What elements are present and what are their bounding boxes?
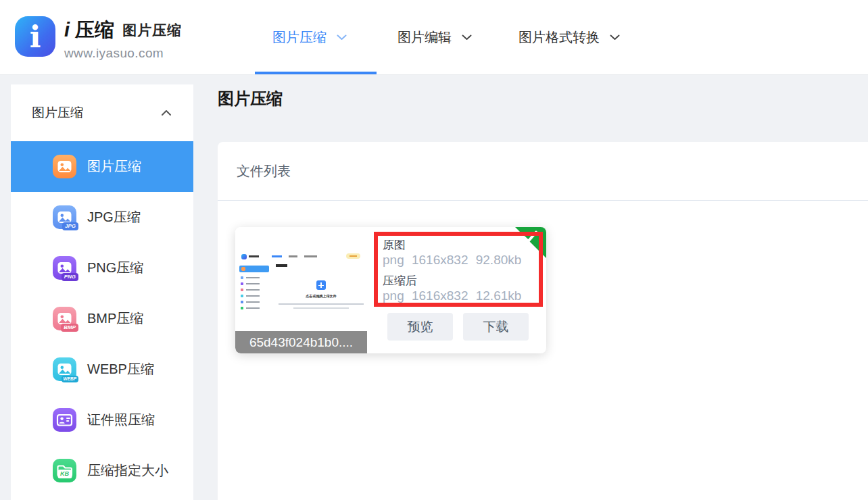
file-list-panel: 文件列表 <box>218 142 868 500</box>
original-label: 原图 <box>383 238 539 252</box>
mini-vip-button <box>346 253 360 259</box>
chevron-down-icon <box>610 34 620 41</box>
bmp-compress-icon: BMP <box>53 307 76 330</box>
webp-compress-icon: WEBP <box>53 357 76 381</box>
file-actions: 预览 下载 <box>387 313 529 341</box>
site-url: www.iyasuo.com <box>64 46 182 61</box>
kb-folder-icon: KB <box>53 459 76 482</box>
sidebar: 图片压缩 图片压缩 JPG JPG压缩 PNG PNG压缩 <box>11 84 193 500</box>
jpg-compress-icon: JPG <box>53 205 76 229</box>
image-compress-icon <box>53 155 76 178</box>
kb-badge: KB <box>57 470 72 478</box>
sidebar-item-png-compress[interactable]: PNG PNG压缩 <box>11 243 193 293</box>
nav-label: 图片编辑 <box>397 28 452 47</box>
product-name: 图片压缩 <box>122 21 182 40</box>
logo-icon: i <box>15 16 55 57</box>
nav-label: 图片压缩 <box>272 28 327 47</box>
chevron-up-icon <box>161 109 172 116</box>
mini-active-item <box>239 266 269 272</box>
nav-item-format-convert[interactable]: 图片格式转换 <box>519 0 620 74</box>
id-photo-icon <box>53 408 76 432</box>
brand-name: i 压缩 <box>64 17 114 44</box>
site-logo[interactable]: i i 压缩 图片压缩 www.iyasuo.com <box>15 16 182 61</box>
app-window: i i 压缩 图片压缩 www.iyasuo.com 图片压缩 图片编辑 图 <box>0 0 868 500</box>
sidebar-group-title: 图片压缩 <box>32 104 83 122</box>
file-card: 点击或拖拽上传文件 65d43f024b1b0.... 原图 png 1616x… <box>235 227 546 353</box>
preview-button[interactable]: 预览 <box>387 313 453 341</box>
sidebar-item-image-compress[interactable]: 图片压缩 <box>11 141 193 192</box>
download-button[interactable]: 下载 <box>463 313 529 341</box>
sidebar-item-label: 压缩指定大小 <box>87 461 168 480</box>
nav-item-image-edit[interactable]: 图片编辑 <box>397 0 472 74</box>
logo-letter: i <box>30 20 41 54</box>
active-tab-underline <box>255 72 377 74</box>
webp-badge: WEBP <box>62 376 79 383</box>
sidebar-item-label: 证件照压缩 <box>87 411 155 429</box>
sidebar-item-bmp-compress[interactable]: BMP BMP压缩 <box>11 293 193 344</box>
sidebar-item-label: BMP压缩 <box>87 309 143 328</box>
jpg-badge: JPG <box>62 222 78 230</box>
nav-item-image-compress[interactable]: 图片压缩 <box>272 0 347 74</box>
file-thumbnail[interactable]: 点击或拖拽上传文件 65d43f024b1b0.... <box>235 227 367 353</box>
compressed-label: 压缩后 <box>383 274 539 288</box>
annotation-red-box: 原图 png 1616x832 92.80kb 压缩后 png 1616x832… <box>374 232 543 307</box>
sidebar-item-id-photo-compress[interactable]: 证件照压缩 <box>11 395 193 445</box>
mini-upload-text: 点击或拖拽上传文件 <box>306 294 336 299</box>
chevron-down-icon <box>337 34 347 41</box>
sidebar-item-label: PNG压缩 <box>87 259 143 277</box>
site-header: i i 压缩 图片压缩 www.iyasuo.com 图片压缩 图片编辑 图 <box>0 0 868 75</box>
sidebar-group-header[interactable]: 图片压缩 <box>11 84 193 141</box>
sidebar-item-webp-compress[interactable]: WEBP WEBP压缩 <box>11 344 193 395</box>
mini-logo <box>241 254 247 259</box>
chevron-down-icon <box>462 34 472 41</box>
original-info: png 1616x832 92.80kb <box>383 252 539 268</box>
thumbnail-screenshot: 点击或拖拽上传文件 <box>237 251 366 325</box>
sidebar-item-compress-to-size[interactable]: KB 压缩指定大小 <box>11 445 193 496</box>
nav-label: 图片格式转换 <box>519 28 600 47</box>
sidebar-item-label: 图片压缩 <box>87 157 141 176</box>
panel-title: 文件列表 <box>218 142 868 201</box>
page-title: 图片压缩 <box>218 88 283 109</box>
compressed-info: png 1616x832 12.61kb <box>383 288 539 303</box>
sidebar-item-jpg-compress[interactable]: JPG JPG压缩 <box>11 192 193 243</box>
plus-icon <box>316 280 326 290</box>
file-name: 65d43f024b1b0.... <box>235 331 367 353</box>
png-compress-icon: PNG <box>53 256 76 280</box>
png-badge: PNG <box>62 273 78 281</box>
sidebar-item-label: JPG压缩 <box>87 208 141 226</box>
bmp-badge: BMP <box>61 324 78 332</box>
sidebar-item-label: WEBP压缩 <box>87 360 154 378</box>
logo-text: i 压缩 图片压缩 www.iyasuo.com <box>64 16 182 61</box>
